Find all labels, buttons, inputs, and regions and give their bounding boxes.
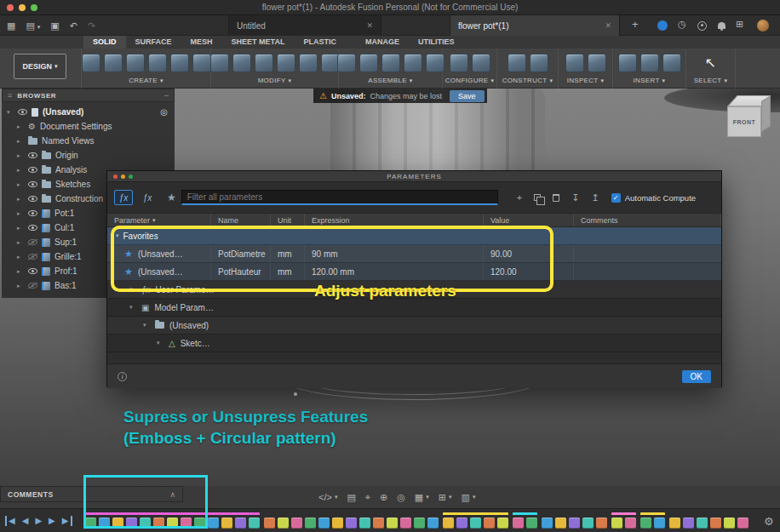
timeline-feature[interactable] (305, 518, 316, 529)
delete-parameter-icon[interactable] (553, 194, 559, 202)
display-settings-icon[interactable]: ▦ (415, 492, 429, 503)
workspace-design-dropdown[interactable]: DESIGN (14, 54, 66, 79)
view-cube-side-face[interactable] (761, 95, 771, 132)
ribbon-group-dropdown-insert[interactable]: INSERT (634, 77, 666, 84)
insert-tool-icon[interactable] (640, 54, 659, 72)
visibility-eye-icon[interactable] (28, 239, 37, 245)
history-clock-icon[interactable]: ◷ (678, 19, 686, 30)
construct-tool-icon[interactable] (530, 54, 548, 72)
copy-parameter-icon[interactable] (534, 194, 541, 201)
timeline-feature[interactable] (346, 518, 357, 529)
assemble-tool-icon[interactable] (359, 54, 378, 72)
dialog-zoom-button[interactable] (129, 174, 133, 179)
section-row-unsaved[interactable]: ▾(Unsaved) (107, 317, 721, 335)
document-tab-untitled[interactable]: Untitled ✕ (228, 15, 381, 36)
timeline-feature[interactable] (221, 518, 232, 529)
create-tool-icon[interactable] (104, 54, 123, 72)
automatic-compute-toggle[interactable]: ✓ Automatic Compute (611, 193, 696, 203)
ribbon-tab-surface[interactable]: SURFACE (126, 36, 181, 49)
minimize-window-button[interactable] (19, 4, 26, 11)
expand-caret-icon[interactable]: ▸ (17, 181, 24, 188)
visibility-eye-icon[interactable] (18, 109, 27, 115)
visibility-eye-icon[interactable] (28, 196, 37, 202)
timeline-feature[interactable] (194, 518, 205, 529)
ribbon-group-dropdown-assemble[interactable]: ASSEMBLE (368, 77, 412, 84)
section-row-sketc[interactable]: ▾△Sketc… (107, 335, 721, 352)
view-cube[interactable]: FRONT (714, 94, 773, 152)
configure-tool-icon[interactable] (472, 54, 490, 72)
go-to-start-button[interactable]: ◀ (5, 516, 15, 526)
column-name[interactable]: Name (211, 214, 271, 226)
close-tab-icon[interactable]: ✕ (366, 21, 373, 30)
visibility-eye-icon[interactable] (28, 268, 37, 274)
timeline-feature[interactable] (427, 518, 439, 529)
notifications-bell-icon[interactable] (718, 22, 726, 29)
job-status-icon[interactable] (657, 20, 668, 31)
parameter-row-potdiametre[interactable]: ★(Unsaved…PotDiametremm90 mm90.00 (107, 245, 721, 263)
assemble-tool-icon[interactable] (404, 54, 422, 72)
dialog-close-button[interactable] (113, 174, 118, 179)
timeline-feature[interactable] (181, 518, 192, 529)
timeline-feature[interactable] (332, 518, 343, 529)
timeline-feature[interactable] (497, 518, 508, 529)
timeline-feature[interactable] (456, 518, 467, 529)
expand-caret-icon[interactable]: ▸ (17, 239, 24, 246)
expand-caret-icon[interactable]: ▾ (129, 304, 136, 311)
favorites-group-row[interactable]: Favorites (107, 227, 721, 245)
browser-item-origin[interactable]: ▸Origin (2, 148, 175, 163)
modify-tool-icon[interactable] (232, 54, 251, 72)
step-back-button[interactable]: ◀ (22, 516, 29, 526)
timeline-feature[interactable] (359, 518, 370, 529)
browser-item-document-settings[interactable]: ▸⚙Document Settings (2, 119, 175, 134)
settings-gear-icon[interactable]: ⚙ (764, 515, 774, 528)
timeline-feature[interactable] (513, 518, 524, 529)
assemble-tool-icon[interactable] (337, 54, 356, 72)
add-parameter-icon[interactable]: + (517, 193, 522, 203)
expand-caret-icon[interactable]: ▸ (17, 268, 24, 275)
section-row-model-param[interactable]: ▾▣Model Param… (107, 299, 721, 317)
timeline-feature[interactable] (99, 518, 110, 529)
column-unit[interactable]: Unit (271, 214, 305, 226)
ribbon-tab-plastic[interactable]: PLASTIC (294, 36, 346, 49)
viewports-icon[interactable]: ▥ (462, 492, 476, 503)
ribbon-group-dropdown-modify[interactable]: MODIFY (258, 77, 292, 84)
timeline-feature[interactable] (542, 518, 553, 529)
expand-caret-icon[interactable]: ▸ (17, 225, 24, 232)
inspect-tool-icon[interactable] (565, 54, 584, 72)
parameter-expression-cell[interactable]: 120.00 mm (305, 263, 484, 280)
expand-caret-icon[interactable]: ▸ (17, 123, 24, 130)
timeline-feature[interactable] (167, 518, 178, 529)
favorite-star-icon[interactable]: ★ (124, 266, 133, 277)
visibility-eye-icon[interactable] (28, 254, 37, 260)
timeline-feature[interactable] (140, 518, 151, 529)
expand-caret-icon[interactable]: ▸ (17, 283, 24, 289)
timeline-feature[interactable] (582, 518, 594, 529)
filter-parameters-input[interactable] (181, 190, 498, 205)
create-tool-icon[interactable] (82, 54, 100, 72)
visibility-eye-icon[interactable] (28, 283, 37, 289)
create-tool-icon[interactable] (170, 54, 189, 72)
ribbon-tab-sheet-metal[interactable]: SHEET METAL (222, 36, 295, 49)
visibility-eye-icon[interactable] (28, 167, 37, 173)
timeline-feature[interactable] (235, 518, 246, 529)
timeline-feature[interactable] (264, 518, 275, 529)
timeline-feature[interactable] (443, 518, 454, 529)
ribbon-group-dropdown-construct[interactable]: CONSTRUCT (502, 77, 553, 84)
ribbon-tab-mesh[interactable]: MESH (181, 36, 222, 49)
app-switcher-icon[interactable]: ⊞ (736, 19, 743, 30)
import-parameters-icon[interactable]: ↧ (571, 193, 579, 203)
activate-component-radio[interactable]: ◎ (160, 107, 168, 117)
timeline-feature[interactable] (153, 518, 164, 529)
timeline-feature[interactable] (555, 518, 566, 529)
favorite-star-icon[interactable]: ★ (124, 249, 133, 260)
expand-caret-icon[interactable]: ▸ (17, 254, 24, 260)
timeline-feature[interactable] (611, 518, 622, 529)
ok-button[interactable]: OK (682, 370, 711, 383)
visibility-eye-icon[interactable] (28, 210, 37, 216)
column-value[interactable]: Value (484, 214, 574, 226)
create-tool-icon[interactable] (126, 54, 145, 72)
column-expression[interactable]: Expression (305, 214, 484, 226)
favorites-star-icon[interactable]: ★ (167, 192, 176, 203)
app-grid-icon[interactable]: ▦ (7, 20, 15, 31)
export-parameters-icon[interactable]: ↥ (591, 193, 599, 203)
